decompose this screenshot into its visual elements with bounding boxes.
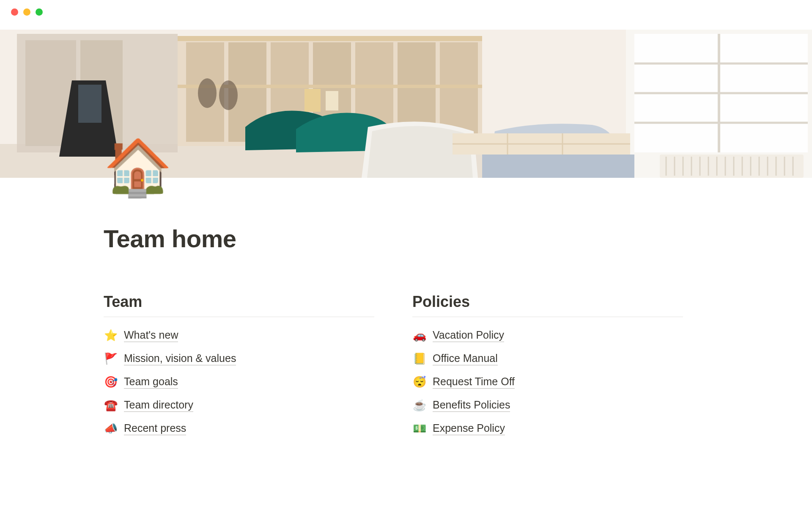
window-controls — [11, 8, 43, 16]
section-heading-policies[interactable]: Policies — [412, 293, 683, 317]
close-window-icon[interactable] — [11, 8, 18, 16]
page-title[interactable]: Team home — [104, 224, 708, 253]
link-expense-policy[interactable]: 💵 Expense Policy — [412, 422, 683, 435]
link-list-policies: 🚗 Vacation Policy 📒 Office Manual 😴 Requ… — [412, 329, 683, 435]
money-icon: 💵 — [412, 422, 427, 435]
notebook-icon: 📒 — [412, 352, 427, 365]
link-office-manual[interactable]: 📒 Office Manual — [412, 352, 683, 365]
target-icon: 🎯 — [104, 375, 118, 389]
link-benefits-policies[interactable]: ☕ Benefits Policies — [412, 399, 683, 412]
sleepy-icon: 😴 — [412, 375, 427, 389]
maximize-window-icon[interactable] — [36, 8, 43, 16]
column-policies: Policies 🚗 Vacation Policy 📒 Office Manu… — [412, 293, 683, 435]
minimize-window-icon[interactable] — [23, 8, 30, 16]
link-mission-vision-values[interactable]: 🚩 Mission, vision & values — [104, 352, 374, 365]
link-label: Team directory — [124, 399, 193, 412]
telephone-icon: ☎️ — [104, 399, 118, 412]
link-recent-press[interactable]: 📣 Recent press — [104, 422, 374, 435]
section-heading-team[interactable]: Team — [104, 293, 374, 317]
page-icon[interactable]: 🏠 — [104, 140, 172, 195]
link-list-team: ⭐ What's new 🚩 Mission, vision & values … — [104, 329, 374, 435]
car-icon: 🚗 — [412, 329, 427, 342]
svg-rect-19 — [304, 89, 321, 112]
link-request-time-off[interactable]: 😴 Request Time Off — [412, 375, 683, 389]
column-team: Team ⭐ What's new 🚩 Mission, vision & va… — [104, 293, 374, 435]
svg-point-18 — [219, 80, 238, 110]
link-label: Request Time Off — [433, 375, 515, 389]
star-icon: ⭐ — [104, 329, 118, 342]
link-label: Benefits Policies — [433, 399, 510, 412]
flag-icon: 🚩 — [104, 352, 118, 365]
link-whats-new[interactable]: ⭐ What's new — [104, 329, 374, 342]
megaphone-icon: 📣 — [104, 422, 118, 435]
link-team-goals[interactable]: 🎯 Team goals — [104, 375, 374, 389]
svg-rect-6 — [78, 85, 102, 123]
coffee-icon: ☕ — [412, 399, 427, 412]
link-label: Recent press — [124, 422, 186, 435]
link-label: Team goals — [124, 375, 178, 389]
svg-rect-15 — [178, 36, 482, 41]
link-label: What's new — [124, 329, 178, 342]
link-team-directory[interactable]: ☎️ Team directory — [104, 399, 374, 412]
link-label: Office Manual — [433, 352, 498, 365]
link-vacation-policy[interactable]: 🚗 Vacation Policy — [412, 329, 683, 342]
svg-point-17 — [198, 78, 217, 108]
svg-rect-20 — [326, 91, 338, 110]
link-label: Expense Policy — [433, 422, 505, 435]
link-label: Vacation Policy — [433, 329, 504, 342]
link-label: Mission, vision & values — [124, 352, 236, 365]
